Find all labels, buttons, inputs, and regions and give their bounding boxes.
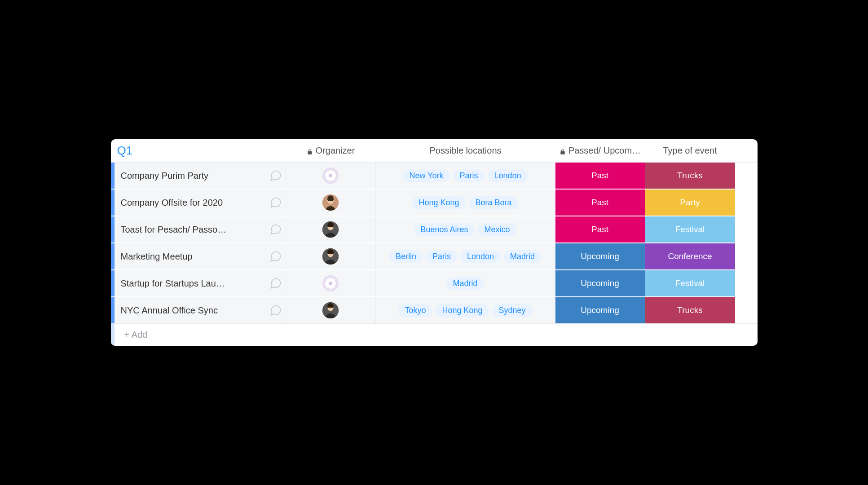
avatar (322, 248, 339, 265)
svg-point-5 (326, 171, 330, 175)
item-name-cell[interactable]: Startup for Startups Lau… (111, 270, 286, 296)
avatar (322, 221, 339, 238)
item-name: Toast for Pesach/ Passo… (115, 225, 266, 235)
type-cell[interactable]: Festival (645, 270, 735, 296)
organizer-cell[interactable] (286, 243, 376, 269)
group-title[interactable]: Q1 (111, 144, 286, 158)
location-chip[interactable]: Buenos Aires (414, 223, 474, 236)
type-cell[interactable]: Trucks (645, 297, 735, 323)
item-name-cell[interactable]: Marketing Meetup (111, 243, 286, 269)
type-cell[interactable]: Conference (645, 243, 735, 269)
table-row: NYC Annual Office SyncTokyoHong KongSydn… (111, 297, 758, 323)
location-chip[interactable]: Madrid (446, 277, 484, 290)
svg-point-9 (329, 174, 332, 177)
locations-cell[interactable]: Madrid (376, 270, 555, 296)
location-chip[interactable]: Tokyo (398, 304, 432, 317)
chat-icon[interactable] (266, 223, 286, 236)
status-cell[interactable]: Past (555, 190, 645, 216)
svg-point-28 (329, 282, 332, 285)
location-chip[interactable]: Paris (453, 169, 484, 182)
table-body: Company Purim PartyNew YorkParisLondonPa… (111, 163, 758, 323)
events-board: Q1 Organizer Possible locations Passed/ … (111, 139, 758, 346)
table-row: Marketing MeetupBerlinParisLondonMadridU… (111, 243, 758, 269)
column-header-status[interactable]: Passed/ Upcom… (555, 146, 645, 156)
table-row: Company Purim PartyNew YorkParisLondonPa… (111, 163, 758, 189)
avatar (322, 302, 339, 318)
column-label: Type of event (663, 146, 717, 156)
item-name-cell[interactable]: Company Purim Party (111, 163, 286, 189)
location-chip[interactable]: London (488, 169, 527, 182)
locations-cell[interactable]: New YorkParisLondon (376, 163, 555, 189)
lock-icon (307, 147, 313, 154)
organizer-cell[interactable] (286, 297, 376, 323)
type-cell[interactable]: Festival (645, 216, 735, 242)
column-header-organizer[interactable]: Organizer (286, 146, 376, 156)
item-name: NYC Annual Office Sync (115, 305, 266, 316)
status-cell[interactable]: Past (555, 163, 645, 189)
chat-icon[interactable] (266, 196, 286, 209)
svg-point-24 (326, 279, 330, 282)
item-name: Startup for Startups Lau… (115, 278, 266, 289)
locations-cell[interactable]: Hong KongBora Bora (376, 190, 555, 216)
location-chip[interactable]: Hong Kong (412, 196, 465, 209)
chat-icon[interactable] (266, 277, 286, 290)
column-header-locations[interactable]: Possible locations (376, 146, 555, 156)
svg-point-7 (326, 176, 330, 180)
svg-point-6 (331, 171, 335, 175)
locations-cell[interactable]: TokyoHong KongSydney (376, 297, 555, 323)
location-chip[interactable]: Mexico (478, 223, 516, 236)
lock-icon (560, 147, 566, 154)
avatar (322, 168, 339, 184)
location-chip[interactable]: New York (403, 169, 449, 182)
column-label: Organizer (316, 146, 355, 156)
table-row: Toast for Pesach/ Passo…Buenos AiresMexi… (111, 216, 758, 242)
table-row: Company Offsite for 2020Hong KongBora Bo… (111, 190, 758, 216)
chat-icon[interactable] (266, 169, 286, 182)
location-chip[interactable]: Sydney (493, 304, 532, 317)
locations-cell[interactable]: Buenos AiresMexico (376, 216, 555, 242)
column-label: Passed/ Upcom… (568, 146, 641, 156)
status-cell[interactable]: Upcoming (555, 270, 645, 296)
chat-icon[interactable] (266, 250, 286, 263)
chat-icon[interactable] (266, 304, 286, 317)
column-header-type[interactable]: Type of event (645, 146, 735, 156)
svg-point-8 (331, 176, 335, 180)
status-cell[interactable]: Past (555, 216, 645, 242)
status-cell[interactable]: Upcoming (555, 297, 645, 323)
status-cell[interactable]: Upcoming (555, 243, 645, 269)
type-cell[interactable]: Party (645, 190, 735, 216)
organizer-cell[interactable] (286, 163, 376, 189)
table-header: Q1 Organizer Possible locations Passed/ … (111, 139, 758, 163)
svg-point-27 (331, 284, 335, 288)
column-label: Possible locations (429, 146, 501, 156)
table-row: Startup for Startups Lau…MadridUpcomingF… (111, 270, 758, 296)
item-name: Marketing Meetup (115, 251, 266, 262)
item-name: Company Purim Party (115, 171, 266, 181)
item-name-cell[interactable]: NYC Annual Office Sync (111, 297, 286, 323)
location-chip[interactable]: Berlin (389, 250, 423, 263)
location-chip[interactable]: London (461, 250, 500, 263)
item-name-cell[interactable]: Company Offsite for 2020 (111, 190, 286, 216)
svg-point-25 (331, 279, 335, 282)
add-label: + Add (124, 330, 148, 340)
item-name: Company Offsite for 2020 (115, 198, 266, 208)
location-chip[interactable]: Paris (426, 250, 457, 263)
location-chip[interactable]: Hong Kong (436, 304, 489, 317)
locations-cell[interactable]: BerlinParisLondonMadrid (376, 243, 555, 269)
location-chip[interactable]: Madrid (504, 250, 541, 263)
svg-point-26 (326, 284, 330, 288)
avatar (322, 194, 339, 211)
add-item-button[interactable]: + Add (111, 323, 758, 346)
item-name-cell[interactable]: Toast for Pesach/ Passo… (111, 216, 286, 242)
location-chip[interactable]: Bora Bora (469, 196, 518, 209)
organizer-cell[interactable] (286, 190, 376, 216)
organizer-cell[interactable] (286, 270, 376, 296)
avatar (322, 275, 339, 291)
organizer-cell[interactable] (286, 216, 376, 242)
type-cell[interactable]: Trucks (645, 163, 735, 189)
